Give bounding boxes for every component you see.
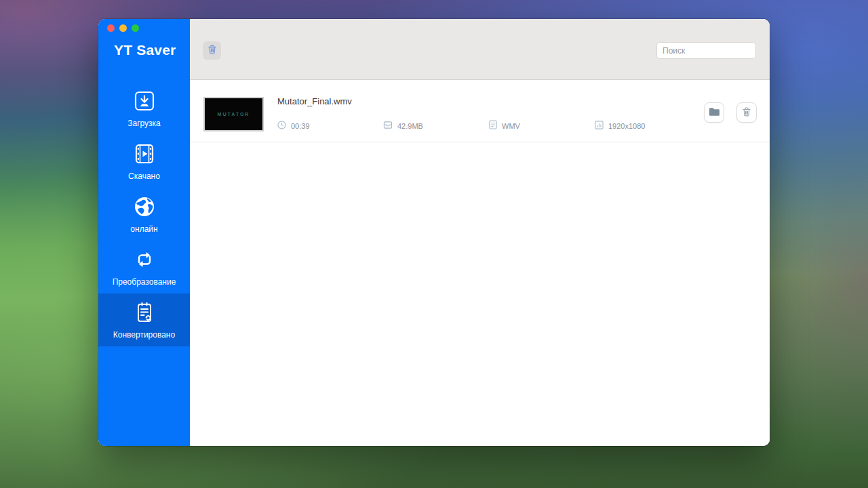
meta-duration: 00:39 bbox=[277, 120, 383, 132]
file-row[interactable]: MUTATOR Mutator_Final.wmv 00:39 bbox=[190, 80, 770, 142]
close-window-button[interactable] bbox=[107, 24, 115, 32]
size-value: 42.9MB bbox=[397, 122, 423, 130]
format-value: WMV bbox=[502, 122, 520, 130]
delete-all-button[interactable] bbox=[203, 41, 221, 60]
download-icon bbox=[134, 90, 155, 112]
file-name: Mutator_Final.wmv bbox=[277, 96, 352, 106]
video-thumbnail: MUTATOR bbox=[203, 97, 264, 131]
sidebar-item-converted[interactable]: Конвертировано bbox=[98, 293, 190, 346]
app-window: YT Saver Загрузка bbox=[98, 19, 770, 446]
sidebar-item-download[interactable]: Загрузка bbox=[98, 82, 190, 135]
sidebar-item-label: Скачано bbox=[128, 172, 160, 180]
clock-icon bbox=[277, 120, 286, 132]
sidebar-item-label: Конвертировано bbox=[113, 331, 175, 339]
search-input[interactable] bbox=[656, 42, 756, 59]
duration-value: 00:39 bbox=[291, 122, 310, 130]
app-title: YT Saver bbox=[114, 42, 176, 58]
resolution-chart-icon bbox=[595, 120, 604, 132]
main-panel: MUTATOR Mutator_Final.wmv 00:39 bbox=[190, 19, 770, 446]
open-folder-button[interactable] bbox=[704, 102, 724, 123]
meta-resolution: 1920x1080 bbox=[595, 120, 701, 132]
sidebar-item-downloaded[interactable]: Скачано bbox=[98, 135, 190, 188]
convert-icon bbox=[134, 249, 155, 270]
open-folder-icon bbox=[709, 107, 720, 119]
file-meta: 00:39 42.9MB bbox=[277, 120, 701, 132]
sidebar: YT Saver Загрузка bbox=[98, 19, 190, 446]
meta-format: WMV bbox=[489, 120, 595, 132]
resolution-value: 1920x1080 bbox=[608, 122, 645, 130]
sidebar-item-convert[interactable]: Преобразование bbox=[98, 241, 190, 293]
thumbnail-title-text: MUTATOR bbox=[218, 112, 250, 117]
delete-file-button[interactable] bbox=[736, 102, 757, 123]
converted-list-icon bbox=[134, 302, 155, 323]
minimize-window-button[interactable] bbox=[119, 24, 127, 32]
file-list: MUTATOR Mutator_Final.wmv 00:39 bbox=[190, 80, 770, 446]
meta-size: 42.9MB bbox=[383, 120, 489, 132]
sidebar-item-online[interactable]: онлайн bbox=[98, 188, 190, 241]
trash-icon bbox=[741, 106, 752, 119]
zoom-window-button[interactable] bbox=[132, 24, 139, 32]
window-controls bbox=[107, 24, 139, 32]
sidebar-nav: Загрузка bbox=[98, 82, 190, 346]
sidebar-item-label: Преобразование bbox=[113, 278, 176, 286]
toolbar bbox=[190, 19, 770, 80]
trash-icon bbox=[207, 44, 218, 57]
downloaded-video-icon bbox=[134, 143, 155, 165]
sidebar-item-label: онлайн bbox=[130, 225, 157, 233]
globe-icon bbox=[134, 196, 155, 218]
sidebar-item-label: Загрузка bbox=[127, 119, 161, 127]
storage-box-icon bbox=[383, 120, 393, 132]
document-icon bbox=[489, 120, 497, 132]
